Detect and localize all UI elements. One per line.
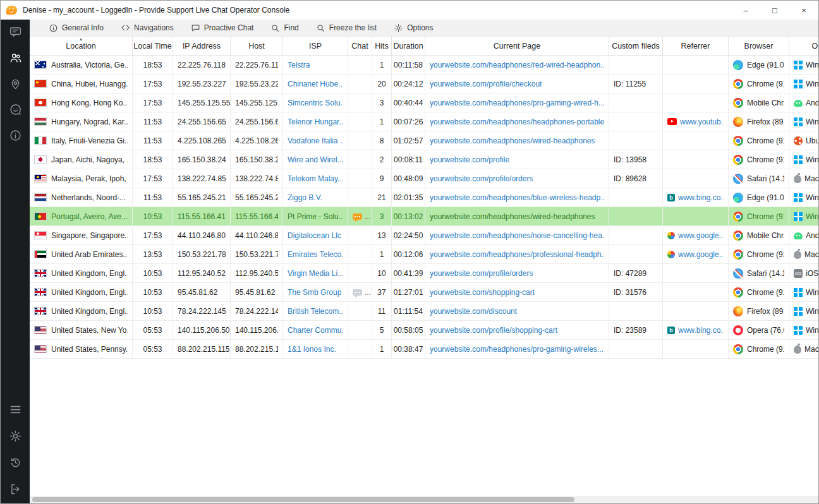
- current-page-link[interactable]: yourwebsite.com/headphones/red-wired-hea…: [430, 61, 604, 69]
- column-header-referrer[interactable]: Referrer: [663, 37, 729, 55]
- column-header-label: IP Address: [183, 42, 221, 51]
- current-page-link[interactable]: yourwebsite.com/headphones/pro-gaming-wi…: [430, 345, 604, 354]
- table-row[interactable]: Portugal, Aveiro, Ave...10:53115.55.166.…: [30, 207, 818, 226]
- isp-link[interactable]: Charter Commu...: [288, 326, 343, 335]
- close-button[interactable]: ×: [789, 1, 818, 20]
- browser-label: Chrome (91...: [747, 212, 784, 221]
- sidebar-item-info[interactable]: [1, 123, 30, 149]
- isp-link[interactable]: Simcentric Solu...: [288, 99, 343, 107]
- windows-icon: [794, 288, 803, 297]
- table-row[interactable]: United States, New Yo...05:53140.115.206…: [30, 321, 818, 340]
- table-row[interactable]: Australia, Victoria, Ge...18:5322.225.76…: [30, 56, 818, 75]
- column-header-custom-fileds[interactable]: Custom fileds: [609, 37, 663, 55]
- isp-link[interactable]: Telenor Hungar...: [288, 117, 343, 126]
- maximize-button[interactable]: □: [760, 1, 789, 20]
- table-row[interactable]: Malaysia, Perak, Ipoh, ...17:53138.222.7…: [30, 169, 818, 188]
- table-row[interactable]: Netherlands, Noord-...11:5355.165.245.21…: [30, 188, 818, 207]
- referrer-link[interactable]: www.bing.co...: [678, 326, 724, 335]
- sidebar-item-location-pin[interactable]: [1, 71, 30, 97]
- cell-host: 165.150.38.24: [231, 150, 283, 169]
- sidebar-item-visitors[interactable]: [1, 45, 30, 71]
- cell-isp: British Telecom...: [283, 302, 348, 320]
- sidebar-item-logout[interactable]: [1, 477, 30, 503]
- current-page-link[interactable]: yourwebsite.com/profile: [430, 155, 509, 164]
- referrer-link[interactable]: www.google...: [678, 250, 724, 259]
- isp-link[interactable]: British Telecom...: [288, 307, 343, 316]
- column-header-hits[interactable]: Hits: [372, 37, 392, 55]
- isp-link[interactable]: The Smb Group: [288, 288, 341, 297]
- isp-link[interactable]: Vodafone Italia ...: [288, 136, 343, 145]
- toolbar-freeze-the-list[interactable]: Freeze the list: [316, 23, 377, 33]
- current-page-link[interactable]: yourwebsite.com/shopping-cart: [430, 288, 535, 297]
- cell-isp: Pt Prime - Solu...: [283, 207, 348, 225]
- isp-link[interactable]: Virgin Media Li...: [288, 269, 343, 278]
- cell-browser: Chrome (91...: [729, 75, 789, 93]
- sidebar-item-chat-window[interactable]: [1, 20, 30, 45]
- table-row[interactable]: China, Hubei, Huangg...17:53192.55.23.22…: [30, 75, 818, 93]
- isp-link[interactable]: Emirates Teleco...: [288, 250, 343, 259]
- isp-link[interactable]: 1&1 Ionos Inc.: [288, 345, 336, 354]
- column-header-current-page[interactable]: Current Page: [425, 37, 609, 55]
- titlebar: Denise - my_account - LoggedIn - Provide…: [1, 1, 818, 20]
- custom-field-value: ID: 23589: [614, 326, 646, 335]
- isp-link[interactable]: Telstra: [288, 61, 310, 69]
- table-row[interactable]: Singapore, Singapore...17:5344.110.246.8…: [30, 226, 818, 245]
- isp-link[interactable]: Chinanet Hube...: [288, 80, 343, 88]
- table-row[interactable]: Japan, Aichi, Nagoya, ...18:53165.150.38…: [30, 150, 818, 169]
- cell-local-time: 17:53: [133, 75, 173, 93]
- isp-link[interactable]: Telekom Malay...: [288, 174, 343, 183]
- referrer-link[interactable]: www.google...: [678, 231, 724, 240]
- toolbar-options[interactable]: Options: [394, 23, 433, 33]
- current-page-link[interactable]: yourwebsite.com/headphones/wired-headpho…: [430, 136, 595, 145]
- cell-ip-address: 95.45.81.62: [173, 283, 231, 301]
- column-header-ip-address[interactable]: IP Address: [173, 37, 231, 55]
- current-page-link[interactable]: yourwebsite.com/headphones/headphones-po…: [430, 117, 604, 126]
- toolbar-navigations[interactable]: Navigations: [121, 23, 174, 33]
- table-row[interactable]: United Kingdom, Engl...10:5395.45.81.629…: [30, 283, 818, 302]
- scrollbar-thumb[interactable]: [32, 497, 574, 502]
- table-row[interactable]: United Kingdom, Engl...10:53112.95.240.5…: [30, 264, 818, 283]
- column-header-host[interactable]: Host: [231, 37, 283, 55]
- current-page-link[interactable]: yourwebsite.com/headphones/wired-headpho…: [430, 212, 595, 221]
- current-page-link[interactable]: yourwebsite.com/profile/orders: [430, 174, 533, 183]
- toolbar-general-info[interactable]: General Info: [49, 23, 104, 33]
- isp-link[interactable]: Digitalocean Llc: [288, 231, 341, 240]
- current-page-link[interactable]: yourwebsite.com/headphones/noise-cancell…: [430, 231, 604, 240]
- referrer-link[interactable]: www.youtub...: [680, 117, 724, 126]
- toolbar-proactive-chat[interactable]: Proactive Chat: [191, 23, 254, 33]
- table-row[interactable]: United States, Pennsy...05:5388.202.215.…: [30, 340, 818, 359]
- table-row[interactable]: Hungary, Nograd, Kar...11:5324.255.156.6…: [30, 112, 818, 131]
- current-page-link[interactable]: yourwebsite.com/headphones/pro-gaming-wi…: [430, 99, 604, 107]
- current-page-link[interactable]: yourwebsite.com/profile/orders: [430, 269, 533, 278]
- window-title: Denise - my_account - LoggedIn - Provide…: [23, 6, 289, 15]
- column-header-browser[interactable]: Browser: [729, 37, 789, 55]
- sidebar-item-history[interactable]: [1, 450, 30, 477]
- sidebar-item-menu[interactable]: [1, 397, 30, 424]
- horizontal-scrollbar[interactable]: [30, 496, 818, 503]
- table-row[interactable]: Italy, Friuli-Venezia Gi...11:534.225.10…: [30, 131, 818, 150]
- current-page-link[interactable]: yourwebsite.com/profile/checkout: [430, 80, 542, 88]
- sidebar-item-gear[interactable]: [1, 424, 30, 450]
- toolbar-find[interactable]: Find: [270, 23, 298, 33]
- cell-location: Japan, Aichi, Nagoya, ...: [30, 150, 133, 169]
- ip-address-label: 55.165.245.21: [178, 193, 226, 202]
- column-header-duration[interactable]: Duration: [392, 37, 425, 55]
- column-header-location[interactable]: ▲Location: [30, 37, 133, 55]
- column-header-isp[interactable]: ISP: [283, 37, 348, 55]
- column-header-chat[interactable]: Chat: [348, 37, 372, 55]
- sidebar-item-chat-smiley[interactable]: [1, 97, 30, 123]
- current-page-link[interactable]: yourwebsite.com/profile/shopping-cart: [430, 326, 557, 335]
- column-header-os[interactable]: OS: [789, 37, 818, 55]
- isp-link[interactable]: Wire and Wirel...: [288, 155, 343, 164]
- isp-link[interactable]: Ziggo B.V.: [288, 193, 322, 202]
- minimize-button[interactable]: –: [731, 1, 760, 20]
- column-header-local-time[interactable]: Local Time: [133, 37, 173, 55]
- current-page-link[interactable]: yourwebsite.com/headphones/blue-wireless…: [430, 193, 604, 202]
- table-row[interactable]: Hong Kong, Hong Ko...17:53145.255.125.55…: [30, 93, 818, 112]
- referrer-link[interactable]: www.bing.co...: [678, 193, 724, 202]
- isp-link[interactable]: Pt Prime - Solu...: [288, 212, 343, 221]
- current-page-link[interactable]: yourwebsite.com/discount: [430, 307, 517, 316]
- table-row[interactable]: United Kingdom, Engl...10:5378.24.222.14…: [30, 302, 818, 321]
- current-page-link[interactable]: yourwebsite.com/headphones/professional-…: [430, 250, 604, 259]
- table-row[interactable]: United Arab Emirates...13:53150.53.221.7…: [30, 245, 818, 264]
